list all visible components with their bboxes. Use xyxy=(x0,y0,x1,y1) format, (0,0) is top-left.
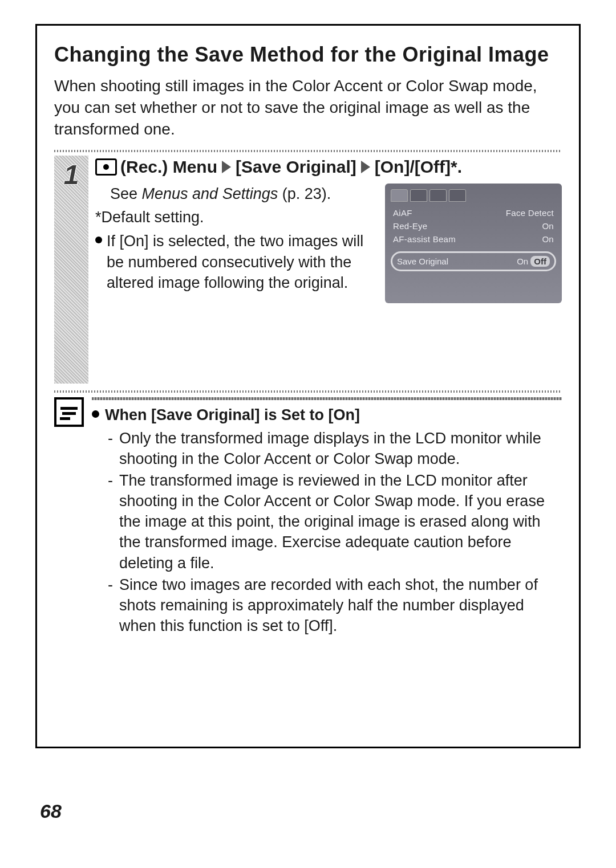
note-item: The transformed image is reviewed in the… xyxy=(108,470,562,573)
step-body: (Rec.) Menu [Save Original] [On]/[Off]*.… xyxy=(95,156,562,303)
bullet-icon xyxy=(92,410,99,418)
bullet-icon xyxy=(95,237,102,243)
menu-label: Save Original xyxy=(397,256,448,266)
page-frame: Changing the Save Method for the Origina… xyxy=(35,24,581,748)
step-bullet: If [On] is selected, the two images will… xyxy=(95,231,377,293)
menu-tab xyxy=(410,189,427,202)
menu-row: AiAF Face Detect xyxy=(391,206,556,219)
menu-row-highlight: Save Original On Off xyxy=(391,251,556,271)
divider xyxy=(54,150,562,152)
step-heading-part2: [Save Original] xyxy=(236,156,356,178)
triangle-right-icon xyxy=(361,161,370,173)
menu-label: Red-Eye xyxy=(393,221,427,231)
page-title: Changing the Save Method for the Origina… xyxy=(54,42,562,67)
menu-tab xyxy=(391,189,408,202)
menu-value-group: On Off xyxy=(517,256,550,266)
menu-value: On xyxy=(542,221,554,231)
step-heading-part3: [On]/[Off]*. xyxy=(375,156,462,178)
step-number-badge: 1 xyxy=(54,156,88,384)
step-bullet-text: If [On] is selected, the two images will… xyxy=(107,231,377,293)
see-italic: Menus and Settings xyxy=(142,185,278,202)
step-heading-part1: (Rec.) Menu xyxy=(120,156,217,178)
triangle-right-icon xyxy=(222,161,231,173)
menu-row: Red-Eye On xyxy=(391,219,556,233)
step-text: See Menus and Settings (p. 23). *Default… xyxy=(95,184,377,303)
option-off: Off xyxy=(530,256,550,267)
step-heading: (Rec.) Menu [Save Original] [On]/[Off]*. xyxy=(95,156,562,178)
note-list: Only the transformed image displays in t… xyxy=(92,428,562,637)
step-number: 1 xyxy=(64,159,79,190)
see-prefix: See xyxy=(110,185,142,202)
note-icon xyxy=(54,397,84,427)
note-divider xyxy=(92,397,562,400)
note-body: When [Save Original] is Set to [On] Only… xyxy=(92,397,562,637)
note-item: Since two images are recorded with each … xyxy=(108,574,562,637)
menu-tab xyxy=(429,189,447,202)
option-on: On xyxy=(517,256,528,266)
intro-text: When shooting still images in the Color … xyxy=(54,75,562,140)
default-note: *Default setting. xyxy=(95,207,377,227)
camera-rec-icon xyxy=(95,158,117,176)
note-block: When [Save Original] is Set to [On] Only… xyxy=(54,397,562,637)
menu-value: On xyxy=(542,234,554,244)
note-heading: When [Save Original] is Set to [On] xyxy=(92,405,562,425)
camera-menu-screenshot: AiAF Face Detect Red-Eye On AF-assist Be… xyxy=(385,184,562,303)
step-content: See Menus and Settings (p. 23). *Default… xyxy=(95,184,562,303)
menu-tabs xyxy=(391,189,556,202)
page-number: 68 xyxy=(40,800,62,822)
menu-tab xyxy=(449,189,466,202)
see-reference: See Menus and Settings (p. 23). xyxy=(110,184,377,204)
menu-label: AiAF xyxy=(393,208,412,218)
divider xyxy=(54,390,562,393)
menu-row: AF-assist Beam On xyxy=(391,233,556,246)
note-heading-text: When [Save Original] is Set to [On] xyxy=(105,405,360,425)
see-suffix: (p. 23). xyxy=(278,185,331,202)
note-item: Only the transformed image displays in t… xyxy=(108,428,562,469)
step-1: 1 (Rec.) Menu [Save Original] [On]/[Off]… xyxy=(54,156,562,384)
menu-label: AF-assist Beam xyxy=(393,234,456,244)
menu-value: Face Detect xyxy=(506,208,554,218)
